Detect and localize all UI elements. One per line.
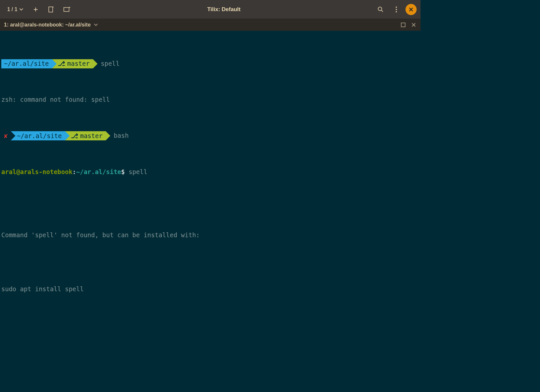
tab-bar: 1: aral@arals-notebook: ~/ar.al/site (0, 19, 421, 31)
svg-point-2 (378, 7, 382, 10)
session-count-button[interactable]: 1 / 1 (4, 5, 27, 14)
close-pane-button[interactable] (411, 22, 417, 28)
add-terminal-right-button[interactable] (61, 3, 74, 16)
tab-title-label: 1: aral@arals-notebook: ~/ar.al/site (4, 22, 91, 28)
git-branch-icon: ⎇ (71, 132, 78, 141)
session-count-label: 1 / 1 (7, 7, 17, 12)
svg-point-3 (396, 7, 397, 8)
maximize-pane-button[interactable] (400, 22, 406, 28)
kebab-menu-icon (396, 7, 397, 12)
search-button[interactable] (374, 3, 387, 16)
tab-actions (400, 22, 417, 28)
close-icon (409, 7, 413, 12)
svg-rect-1 (64, 8, 69, 11)
prompt-path-segment: ~/ar.al/site (11, 131, 65, 140)
maximize-icon (401, 23, 405, 27)
error-mark-icon: ✘ (4, 132, 8, 141)
prompt-status-segment: ✘ (1, 131, 11, 140)
git-branch-icon: ⎇ (58, 59, 65, 68)
close-icon (411, 23, 416, 27)
chevron-down-icon (19, 8, 23, 11)
prompt-line: ✘ ~/ar.al/site ⎇master bash (1, 131, 419, 140)
add-terminal-down-button[interactable] (45, 3, 58, 16)
add-terminal-down-icon (48, 6, 55, 13)
prompt-branch-segment: ⎇master (65, 131, 106, 140)
output-line (1, 258, 419, 267)
output-line: Command 'spell' not found, but can be in… (1, 231, 419, 240)
svg-rect-6 (401, 23, 405, 27)
headerbar: 1 / 1 Tilix: Default (0, 0, 421, 19)
add-terminal-right-icon (63, 7, 71, 12)
headerbar-left: 1 / 1 (4, 3, 74, 16)
search-icon (378, 7, 384, 12)
svg-point-5 (396, 11, 397, 12)
menu-button[interactable] (390, 3, 403, 16)
close-window-button[interactable] (405, 4, 417, 15)
chevron-down-icon (94, 24, 98, 26)
headerbar-right (374, 3, 417, 16)
prompt-line: ~/ar.al/site ⎇master spell (1, 59, 419, 68)
terminal-pane[interactable]: ~/ar.al/site ⎇master spell zsh: command … (0, 31, 421, 305)
prompt-path-segment: ~/ar.al/site (1, 59, 52, 68)
tab-title-button[interactable]: 1: aral@arals-notebook: ~/ar.al/site (4, 22, 98, 28)
window-title: Tilix: Default (74, 6, 374, 13)
output-line: sudo apt install spell (1, 285, 419, 294)
bash-prompt-line: aral@arals-notebook:~/ar.al/site$ spell (1, 168, 419, 177)
svg-point-4 (396, 9, 397, 10)
output-line: zsh: command not found: spell (1, 95, 419, 104)
plus-icon (33, 7, 38, 12)
prompt-branch-segment: ⎇master (52, 59, 93, 68)
add-session-button[interactable] (29, 3, 42, 16)
svg-rect-0 (49, 7, 53, 12)
output-line (1, 204, 419, 213)
